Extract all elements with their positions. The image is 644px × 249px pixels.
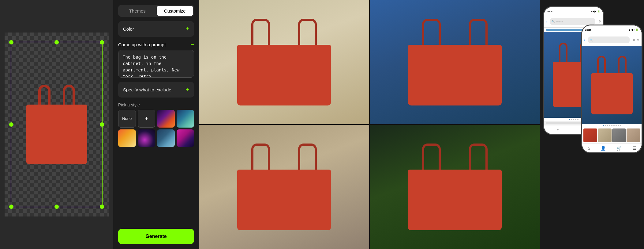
phone-back-statusbar: 20:55 ▲◀ ● 🔋 (544, 7, 603, 16)
dot-f-5 (611, 125, 612, 126)
generated-image-3[interactable] (199, 125, 369, 249)
cart-icon-front[interactable]: 🛒 (616, 146, 622, 151)
style-item-4[interactable] (138, 129, 155, 147)
style-add[interactable]: + (138, 110, 155, 128)
handle-bottom-center[interactable] (54, 205, 59, 209)
statusbar-time: 20:55 (547, 10, 553, 13)
phone-bottom-nav-front: ⌂ 👤 🛒 ☰ (582, 144, 642, 152)
handle-middle-left[interactable] (9, 122, 13, 127)
exclude-add-button[interactable]: + (185, 86, 189, 93)
tab-customize[interactable]: Customize (157, 6, 193, 16)
style-none[interactable]: None (118, 110, 136, 128)
phone-front: 20:55 ▲◀ ● 🔋 ‹ 🔍 ⚙ 🎙 (581, 25, 642, 153)
home-icon-front[interactable]: ⌂ (587, 146, 590, 151)
style-item-3[interactable] (118, 129, 136, 147)
dot-4 (575, 119, 576, 120)
dot-f-8 (618, 125, 619, 126)
prompt-input[interactable]: The bag is on the cabinet, in the apartm… (118, 50, 194, 78)
dot-5 (577, 119, 578, 120)
dot-f-7 (616, 125, 617, 126)
generate-button[interactable]: Generate (118, 229, 194, 244)
style-item-1[interactable] (157, 110, 175, 128)
dot-f-3 (607, 125, 608, 126)
dot-f-4 (609, 125, 610, 126)
style-label: Pick a style (118, 102, 194, 107)
generated-image-1[interactable] (199, 0, 369, 124)
color-label: Color (123, 26, 134, 32)
back-arrow[interactable]: ‹ (546, 20, 547, 23)
handle-bottom-right[interactable] (100, 205, 104, 209)
tabs-row: Themes Customize (118, 5, 194, 17)
gear-icon[interactable]: ⚙ (633, 38, 635, 42)
style-item-2[interactable] (177, 110, 194, 128)
exclude-section[interactable]: Specify what to exclude + (118, 82, 194, 98)
search-bar-back[interactable]: 🔍 Search (550, 18, 595, 25)
handle-bottom-left[interactable] (9, 205, 13, 209)
bag-body (26, 105, 87, 164)
search-placeholder: Search (556, 21, 563, 23)
images-panel (199, 0, 540, 249)
handle-top-left[interactable] (9, 40, 13, 44)
statusbar-signals: ▲◀ ● 🔋 (590, 10, 600, 13)
phone-front-statusbar: 20:55 ▲◀ ● 🔋 (582, 25, 642, 34)
dot-f-1 (603, 125, 604, 126)
mic-icon-front[interactable]: 🎙 (637, 38, 640, 42)
thumb-1[interactable] (583, 128, 597, 142)
mic-icon[interactable]: 🎙 (598, 20, 601, 23)
prompt-collapse-button[interactable]: − (190, 41, 194, 48)
thumb-4[interactable] (627, 128, 640, 142)
style-item-6[interactable] (177, 129, 194, 147)
prompt-label: Come up with a prompt (118, 42, 166, 47)
handle-top-right[interactable] (100, 40, 104, 44)
dot-2 (571, 119, 572, 120)
dots-indicator-front (582, 124, 642, 127)
generated-image-4[interactable] (370, 125, 540, 249)
handle-middle-right[interactable] (100, 122, 104, 127)
thumb-2[interactable] (598, 128, 612, 142)
phone-front-main-image[interactable] (582, 46, 642, 124)
phone-thumbnails (582, 127, 642, 144)
product-image (26, 85, 87, 164)
profile-icon-front[interactable]: 👤 (601, 146, 606, 151)
handle-top-center[interactable] (54, 40, 59, 44)
back-arrow-front[interactable]: ‹ (584, 38, 585, 42)
dot-f-2 (605, 125, 606, 126)
dot-1 (569, 119, 570, 120)
style-item-5[interactable] (157, 129, 175, 147)
menu-icon-front[interactable]: ☰ (632, 146, 636, 151)
statusbar-time-front: 20:55 (585, 29, 591, 31)
exclude-label: Specify what to exclude (123, 87, 171, 92)
search-icon: 🔍 (552, 20, 555, 23)
phone-front-screen: 20:55 ▲◀ ● 🔋 ‹ 🔍 ⚙ 🎙 (582, 25, 642, 152)
dot-f-6 (613, 125, 615, 126)
dot-3 (573, 119, 574, 120)
color-add-button[interactable]: + (185, 25, 189, 33)
style-grid: None + (118, 110, 194, 147)
tab-themes[interactable]: Themes (119, 6, 156, 16)
color-bar-blue (546, 29, 587, 31)
phones-panel: 20:55 ▲◀ ● 🔋 ‹ 🔍 Search 🎙 (540, 0, 644, 249)
thumb-3[interactable] (612, 128, 626, 142)
home-icon[interactable]: ⌂ (557, 127, 559, 132)
color-section[interactable]: Color + (118, 21, 194, 37)
generated-image-2[interactable] (370, 0, 540, 124)
editor-panel (0, 0, 113, 249)
control-panel: Themes Customize Color + Come up with a … (113, 0, 199, 249)
dot-f-9 (620, 125, 621, 126)
canvas-area (5, 33, 109, 216)
search-icon-front: 🔍 (590, 39, 593, 41)
search-bar-front[interactable]: 🔍 (588, 36, 630, 43)
statusbar-signals-front: ▲◀ ● 🔋 (628, 29, 638, 31)
